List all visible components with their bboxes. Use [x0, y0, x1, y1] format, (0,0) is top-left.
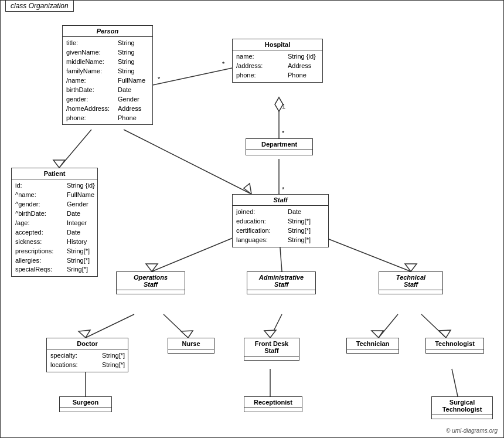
svg-marker-30 — [439, 330, 451, 338]
receptionist-header: Receptionist — [244, 397, 302, 408]
svg-text:*: * — [282, 130, 285, 137]
surgeon-header: Surgeon — [60, 397, 111, 408]
nurse-body — [168, 349, 214, 353]
technical-staff-body — [379, 290, 442, 294]
surgical-technologist-body — [432, 415, 492, 419]
surgeon-body — [60, 408, 111, 412]
svg-marker-11 — [53, 160, 65, 168]
operations-staff-class: OperationsStaff — [116, 271, 185, 294]
svg-marker-16 — [146, 264, 158, 271]
patient-header: Patient — [12, 168, 97, 179]
svg-marker-13 — [244, 184, 251, 194]
technologist-class: Technologist — [425, 338, 484, 354]
nurse-header: Nurse — [168, 338, 214, 349]
copyright: © uml-diagrams.org — [446, 427, 498, 434]
svg-text:*: * — [222, 60, 225, 67]
person-header: Person — [63, 26, 152, 37]
hospital-class: Hospital name:String {id} /address:Addre… — [232, 39, 323, 83]
front-desk-staff-header: Front DeskStaff — [244, 338, 299, 356]
svg-line-23 — [164, 314, 188, 338]
svg-line-27 — [379, 314, 398, 338]
svg-marker-26 — [264, 330, 276, 338]
nurse-class: Nurse — [168, 338, 214, 354]
svg-line-0 — [150, 68, 232, 86]
technologist-body — [426, 349, 483, 353]
svg-marker-20 — [405, 264, 417, 271]
svg-line-35 — [452, 369, 458, 396]
svg-line-12 — [124, 130, 251, 194]
front-desk-staff-body — [244, 356, 299, 360]
patient-body: id:String {id} ^name:FullName ^gender:Ge… — [12, 179, 97, 276]
svg-line-21 — [86, 314, 134, 338]
diagram-title: class Organization — [5, 1, 74, 12]
administrative-staff-body — [247, 290, 315, 294]
operations-staff-header: OperationsStaff — [117, 272, 185, 290]
administrative-staff-class: AdministrativeStaff — [247, 271, 316, 294]
person-body: title:String givenName:String middleName… — [63, 37, 152, 124]
department-header: Department — [246, 139, 312, 150]
receptionist-class: Receptionist — [244, 396, 302, 412]
staff-class: Staff joined:Date education:String[*] ce… — [232, 194, 329, 247]
surgical-technologist-class: SurgicalTechnologist — [431, 396, 493, 419]
svg-text:*: * — [158, 76, 161, 83]
administrative-staff-header: AdministrativeStaff — [247, 272, 315, 290]
doctor-body: specialty:String[*] locations:String[*] — [47, 349, 128, 372]
technical-staff-header: TechnicalStaff — [379, 272, 442, 290]
department-body — [246, 150, 312, 155]
person-class: Person title:String givenName:String mid… — [62, 25, 153, 125]
doctor-header: Doctor — [47, 338, 128, 349]
svg-text:*: * — [282, 186, 285, 193]
patient-class: Patient id:String {id} ^name:FullName ^g… — [11, 168, 98, 277]
operations-staff-body — [117, 290, 185, 294]
svg-line-29 — [421, 314, 446, 338]
department-class: Department — [246, 138, 313, 155]
receptionist-body — [244, 408, 302, 412]
technical-staff-class: TechnicalStaff — [379, 271, 443, 294]
technician-body — [347, 349, 399, 353]
svg-text:1: 1 — [282, 103, 285, 110]
staff-body: joined:Date education:String[*] certific… — [233, 206, 328, 247]
diagram-container: class Organization * * 1 * 1 * — [0, 0, 504, 438]
doctor-class: Doctor specialty:String[*] locations:Str… — [46, 338, 128, 372]
svg-marker-22 — [79, 330, 90, 338]
hospital-body: name:String {id} /address:Address phone:… — [233, 50, 322, 82]
svg-line-25 — [270, 314, 282, 338]
front-desk-staff-class: Front DeskStaff — [244, 338, 299, 361]
svg-line-10 — [59, 130, 91, 168]
technologist-header: Technologist — [426, 338, 483, 349]
svg-marker-4 — [275, 97, 283, 111]
hospital-header: Hospital — [233, 39, 322, 50]
technician-class: Technician — [346, 338, 399, 354]
staff-header: Staff — [233, 195, 328, 206]
technician-header: Technician — [347, 338, 399, 349]
svg-marker-24 — [181, 331, 193, 338]
surgeon-class: Surgeon — [59, 396, 112, 412]
surgical-technologist-header: SurgicalTechnologist — [432, 397, 492, 415]
svg-marker-28 — [372, 331, 383, 338]
